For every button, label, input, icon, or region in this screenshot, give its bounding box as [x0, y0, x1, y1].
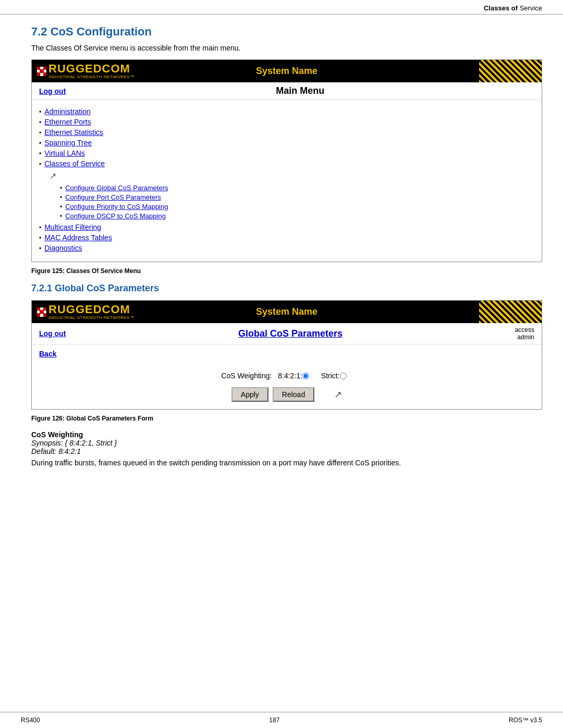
configure-priority-cos-link[interactable]: Configure Priority to CoS Mapping	[65, 203, 168, 211]
menu-item-diagnostics: Diagnostics	[39, 244, 534, 252]
ruggedcom-logo: RUGGEDCOM INDUSTRIAL STRENGTH NETWORKS™	[37, 63, 134, 79]
ruggedcom-header-bar-2: RUGGEDCOM INDUSTRIAL STRENGTH NETWORKS™ …	[32, 301, 542, 323]
cos-logout-link[interactable]: Log out	[39, 329, 66, 338]
footer-right: ROS™ v3.5	[509, 717, 542, 724]
default-text: Default: 8:4:2:1	[31, 447, 542, 455]
radio-option-8421: 8:4:2:1:	[278, 372, 311, 380]
apply-button[interactable]: Apply	[231, 387, 268, 402]
footer-center: 187	[269, 717, 279, 724]
figure-125-caption: Figure 125: Classes Of Service Menu	[31, 267, 542, 275]
menu-item-virtual-lans: Virtual LANs	[39, 149, 534, 157]
radio-option-strict: Strict:	[321, 372, 348, 380]
menu-item-admin: Administration	[39, 107, 534, 116]
back-link[interactable]: Back	[39, 350, 56, 358]
ruggedcom-logo-2: RUGGEDCOM INDUSTRIAL STRENGTH NETWORKS™	[37, 304, 134, 320]
footer-left: RS400	[21, 717, 40, 724]
section-72-title: 7.2 CoS Configuration	[31, 25, 542, 39]
admin-link[interactable]: Administration	[44, 107, 91, 116]
header-classes-text: Classes of Service	[484, 4, 542, 12]
global-cos-window: RUGGEDCOM INDUSTRIAL STRENGTH NETWORKS™ …	[31, 300, 542, 410]
ruggedcom-brand: RUGGEDCOM INDUSTRIAL STRENGTH NETWORKS™	[48, 63, 134, 79]
mac-tables-link[interactable]: MAC Address Tables	[44, 233, 112, 242]
logout-link[interactable]: Log out	[39, 87, 66, 95]
form-buttons: Apply Reload ↗	[39, 387, 534, 402]
figure-126-caption: Figure 126: Global CoS Parameters Form	[31, 415, 542, 422]
cos-weighting-row: CoS Weighting: 8:4:2:1: Strict:	[39, 372, 534, 380]
menu-item-ethernet-stats: Ethernet Statistics	[39, 128, 534, 137]
main-menu-list: Administration Ethernet Ports Ethernet S…	[39, 107, 534, 168]
submenu-item-port-cos: Configure Port CoS Parameters	[60, 193, 534, 201]
menu-item-spanning-tree: Spanning Tree	[39, 139, 534, 147]
submenu-item-priority-cos: Configure Priority to CoS Mapping	[60, 203, 534, 211]
main-content: 7.2 CoS Configuration The Classes Of Ser…	[0, 15, 563, 489]
main-menu-title: Main Menu	[66, 85, 534, 96]
page-footer: RS400 187 ROS™ v3.5	[0, 712, 563, 728]
menu-item-cos: Classes of Service	[39, 159, 534, 168]
top-header: Classes of Service	[0, 0, 563, 15]
cursor-pointer-icon: ↗	[50, 171, 534, 181]
cursor-icon-form: ↗	[334, 389, 342, 400]
cos-description-section: CoS Weighting Synopsis: { 8:4:2:1, Stric…	[31, 430, 542, 468]
system-name-label: System Name	[256, 66, 317, 77]
menu-item-ethernet-ports: Ethernet Ports	[39, 118, 534, 126]
logo-grid-icon	[37, 67, 46, 76]
cos-form-content: Back CoS Weighting: 8:4:2:1: Strict: App…	[32, 344, 542, 409]
cos-submenu-list: Configure Global CoS Parameters Configur…	[60, 184, 534, 220]
multicast-link[interactable]: Multicast Filtering	[44, 223, 101, 231]
diagnostics-link[interactable]: Diagnostics	[44, 244, 82, 252]
menu-list-after: Multicast Filtering MAC Address Tables D…	[39, 223, 534, 252]
configure-port-cos-link[interactable]: Configure Port CoS Parameters	[65, 193, 161, 201]
ethernet-stats-link[interactable]: Ethernet Statistics	[44, 128, 103, 137]
ethernet-ports-link[interactable]: Ethernet Ports	[44, 118, 91, 126]
ruggedcom-brand-2: RUGGEDCOM INDUSTRIAL STRENGTH NETWORKS™	[48, 304, 134, 320]
cos-description-body: During traffic bursts, frames queued in …	[31, 458, 542, 468]
radio-strict[interactable]	[340, 373, 347, 379]
logo-grid-icon-2	[37, 307, 46, 317]
submenu-item-global-cos: Configure Global CoS Parameters	[60, 184, 534, 192]
cos-weighting-label: CoS Weighting:	[221, 372, 272, 380]
cos-nav-bar: Log out Global CoS Parameters access adm…	[32, 323, 542, 344]
menu-content: Administration Ethernet Ports Ethernet S…	[32, 100, 542, 262]
synopsis-text: Synopsis: { 8:4:2:1, Strict }	[31, 439, 542, 447]
spanning-tree-link[interactable]: Spanning Tree	[44, 139, 92, 147]
system-name-label-2: System Name	[256, 306, 317, 317]
submenu-item-dscp-cos: Configure DSCP to CoS Mapping	[60, 212, 534, 220]
ruggedcom-header-bar: RUGGEDCOM INDUSTRIAL STRENGTH NETWORKS™ …	[32, 60, 542, 82]
global-cos-title: Global CoS Parameters	[66, 328, 515, 339]
menu-item-multicast: Multicast Filtering	[39, 223, 534, 231]
virtual-lans-link[interactable]: Virtual LANs	[44, 149, 85, 157]
menu-item-mac-tables: MAC Address Tables	[39, 233, 534, 242]
section-721-title: 7.2.1 Global CoS Parameters	[31, 283, 542, 294]
configure-dscp-cos-link[interactable]: Configure DSCP to CoS Mapping	[65, 212, 166, 220]
configure-global-cos-link[interactable]: Configure Global CoS Parameters	[65, 184, 168, 192]
reload-button[interactable]: Reload	[273, 387, 314, 402]
main-nav-bar: Log out Main Menu	[32, 82, 542, 100]
section-72-intro: The Classes Of Service menu is accessibl…	[31, 44, 542, 52]
field-name-cos-weighting: CoS Weighting	[31, 430, 542, 439]
main-menu-window: RUGGEDCOM INDUSTRIAL STRENGTH NETWORKS™ …	[31, 59, 542, 262]
access-info: access admin	[515, 326, 534, 341]
radio-8421[interactable]	[302, 373, 309, 379]
cos-link[interactable]: Classes of Service	[44, 159, 105, 168]
